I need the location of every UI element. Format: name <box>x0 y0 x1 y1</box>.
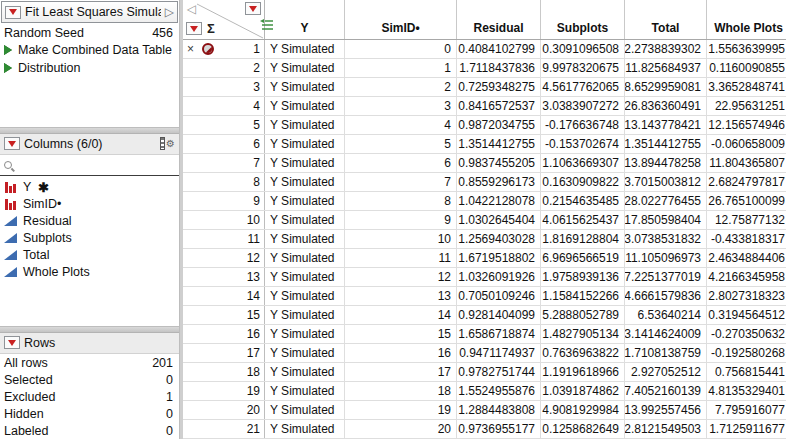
cell[interactable]: Y Simulated <box>265 116 345 134</box>
cell[interactable]: 1.8169128804 <box>541 230 625 248</box>
cell[interactable]: 0.7259348275 <box>457 78 541 96</box>
row-number[interactable]: 3 <box>253 80 260 94</box>
column-list-item[interactable]: Residual <box>3 213 179 230</box>
column-header-subplots[interactable]: Subplots <box>541 0 625 39</box>
cell[interactable]: 4.5617762065 <box>541 78 625 96</box>
cell[interactable]: 13.143778421 <box>625 116 707 134</box>
sigma-icon[interactable]: Σ <box>207 21 215 36</box>
cell[interactable]: 1.3514412755 <box>457 135 541 153</box>
cell[interactable]: 3.3652848741 <box>707 78 786 96</box>
cell[interactable]: Y Simulated <box>265 97 345 115</box>
cell[interactable]: Y Simulated <box>265 192 345 210</box>
cell[interactable]: Y Simulated <box>265 135 345 153</box>
rows-stat-row[interactable]: All rows201 <box>0 354 179 371</box>
cell[interactable]: 17 <box>345 363 457 381</box>
action-label[interactable]: Distribution <box>18 61 81 75</box>
cell[interactable]: 1.4827905134 <box>541 325 625 343</box>
cell[interactable]: 1.5524955876 <box>457 382 541 400</box>
column-list-item[interactable]: Subplots <box>3 230 179 247</box>
cell[interactable]: 0.9281404099 <box>457 306 541 324</box>
cell[interactable]: Y Simulated <box>265 211 345 229</box>
column-name[interactable]: Whole Plots <box>23 265 90 279</box>
cell[interactable]: 0.1258682649 <box>541 420 625 438</box>
column-name[interactable]: SimID• <box>23 197 61 211</box>
row-header[interactable]: 8 <box>183 173 265 191</box>
row-number[interactable]: 16 <box>247 327 260 341</box>
row-number[interactable]: 5 <box>253 118 260 132</box>
cell[interactable]: Y Simulated <box>265 382 345 400</box>
cell[interactable]: 4.2166345958 <box>707 268 786 286</box>
cell[interactable]: 5 <box>345 135 457 153</box>
cell[interactable]: 0.7050109246 <box>457 287 541 305</box>
cell[interactable]: 12.156574946 <box>707 116 786 134</box>
cell[interactable]: 0.2154635485 <box>541 192 625 210</box>
cell[interactable]: Y Simulated <box>265 40 345 58</box>
rows-stat-row[interactable]: Excluded1 <box>0 388 179 405</box>
cell[interactable]: 26.765100099 <box>707 192 786 210</box>
column-name[interactable]: Subplots <box>23 231 72 245</box>
cell[interactable]: 7.795916077 <box>707 401 786 419</box>
cell[interactable]: 3 <box>345 97 457 115</box>
cell[interactable]: 0.8559296173 <box>457 173 541 191</box>
cell[interactable]: 1.9758939136 <box>541 268 625 286</box>
cell[interactable]: 28.022776455 <box>625 192 707 210</box>
cell[interactable]: 1.0391874862 <box>541 382 625 400</box>
cell[interactable]: 1.1584152266 <box>541 287 625 305</box>
row-header[interactable]: 21 <box>183 420 265 438</box>
cell[interactable]: 7 <box>345 173 457 191</box>
cell[interactable]: -0.270350632 <box>707 325 786 343</box>
red-triangle-menu-icon[interactable] <box>4 137 20 150</box>
columns-menu-icon[interactable] <box>245 2 261 15</box>
cell[interactable]: 3.1414624009 <box>625 325 707 343</box>
cell[interactable]: 2.6824797817 <box>707 173 786 191</box>
column-list-item[interactable]: Y✱ <box>3 179 179 196</box>
cell[interactable]: 5.2888052789 <box>541 306 625 324</box>
cell[interactable]: 2.2738839302 <box>625 40 707 58</box>
cell[interactable]: 1.2884483808 <box>457 401 541 419</box>
row-header[interactable]: 14 <box>183 287 265 305</box>
cell[interactable]: 0.1630909822 <box>541 173 625 191</box>
cell[interactable]: Y Simulated <box>265 344 345 362</box>
rows-stat-row[interactable]: Selected0 <box>0 371 179 388</box>
cell[interactable]: Y Simulated <box>265 249 345 267</box>
cell[interactable]: 0.7636963822 <box>541 344 625 362</box>
row-number[interactable]: 19 <box>247 384 260 398</box>
rows-panel-header[interactable]: Rows <box>0 333 179 354</box>
cell[interactable]: 4 <box>345 116 457 134</box>
cell[interactable]: -0.153702674 <box>541 135 625 153</box>
cell[interactable]: 12 <box>345 268 457 286</box>
cell[interactable]: 1.3514412755 <box>625 135 707 153</box>
row-header[interactable]: 6 <box>183 135 265 153</box>
cell[interactable]: 0.1160090855 <box>707 59 786 77</box>
cell[interactable]: Y Simulated <box>265 401 345 419</box>
cell[interactable]: Y Simulated <box>265 59 345 77</box>
cell[interactable]: 11.804365807 <box>707 154 786 172</box>
row-header[interactable]: 17 <box>183 344 265 362</box>
row-header[interactable]: 15 <box>183 306 265 324</box>
cell[interactable]: 17.850598404 <box>625 211 707 229</box>
row-number[interactable]: 20 <box>247 403 260 417</box>
cell[interactable]: Y Simulated <box>265 173 345 191</box>
row-number[interactable]: 17 <box>247 346 260 360</box>
row-header[interactable]: 2 <box>183 59 265 77</box>
cell[interactable]: 7.4052160139 <box>625 382 707 400</box>
cell[interactable]: 4.9081929984 <box>541 401 625 419</box>
column-header-residual[interactable]: Residual <box>457 0 541 39</box>
cell[interactable]: 6.53640214 <box>625 306 707 324</box>
cell[interactable]: 20 <box>345 420 457 438</box>
report-panel-header[interactable]: Fit Least Squares Simulat... ▷ <box>1 1 178 23</box>
cell[interactable]: 14 <box>345 306 457 324</box>
row-number[interactable]: 12 <box>247 251 260 265</box>
column-name[interactable]: Residual <box>23 214 72 228</box>
row-number[interactable]: 13 <box>247 270 260 284</box>
cell[interactable]: 1.0422128078 <box>457 192 541 210</box>
excluded-row-icon[interactable] <box>202 43 214 55</box>
cell[interactable]: 0.9736955177 <box>457 420 541 438</box>
cell[interactable]: 0.756815441 <box>707 363 786 381</box>
cell[interactable]: Y Simulated <box>265 325 345 343</box>
red-triangle-menu-icon[interactable] <box>4 336 20 349</box>
cell[interactable]: -0.060658009 <box>707 135 786 153</box>
red-triangle-menu-icon[interactable] <box>5 6 21 19</box>
cell[interactable]: 1.6719518802 <box>457 249 541 267</box>
cell[interactable]: 22.95631251 <box>707 97 786 115</box>
